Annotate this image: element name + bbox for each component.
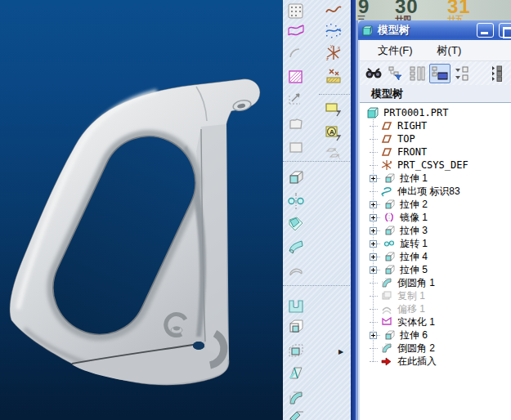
tree-filter-icon[interactable] <box>385 64 406 83</box>
expand-plus[interactable] <box>370 332 377 339</box>
spline-icon[interactable] <box>322 0 345 21</box>
tree-row-front[interactable]: FRONT <box>360 145 511 159</box>
svg-text:z: z <box>326 56 329 61</box>
collapse-all-icon[interactable] <box>452 64 473 83</box>
datum-plane-icon <box>379 120 394 132</box>
csys-icon[interactable]: xyz <box>322 42 345 64</box>
model-tree: PRT0001.PRT RIGHT TOP FRONT PRT_CSYS <box>360 102 511 420</box>
datum-plane-icon[interactable] <box>285 341 307 362</box>
curve-through-points-icon[interactable] <box>322 20 345 42</box>
swept-blend-icon[interactable] <box>285 236 307 257</box>
expand-plus[interactable] <box>370 201 377 208</box>
tree-row-revolve[interactable]: 旋转 1 <box>360 237 511 250</box>
chamfer-icon[interactable] <box>285 409 307 420</box>
expand-plus[interactable] <box>370 214 377 221</box>
tree-row-extrude2[interactable]: 拉伸 2 <box>360 198 511 211</box>
csys-icon <box>379 159 394 171</box>
sketch-grid-icon[interactable] <box>285 1 307 22</box>
part-icon <box>365 107 380 118</box>
expand-plus[interactable] <box>370 253 377 261</box>
tree-row-insert-here[interactable]: 在此插入 <box>360 355 511 368</box>
desktop-wallpaper: 9 30 31 三 廿四 廿五 <box>356 0 511 22</box>
tree-row-extrude4[interactable]: 拉伸 4 <box>360 250 511 263</box>
flat-surface-icon[interactable] <box>322 100 345 121</box>
extrude-feature-icon <box>382 199 397 210</box>
tree-columns-icon[interactable] <box>407 64 428 83</box>
sweep-icon[interactable] <box>285 213 307 235</box>
offset-copy-icon[interactable] <box>322 145 345 166</box>
boundary-icon[interactable] <box>285 114 307 135</box>
expand-all-icon[interactable] <box>489 64 509 83</box>
expand-plus[interactable] <box>370 240 377 248</box>
revolve-feature-icon <box>382 238 397 249</box>
solidify-icon <box>379 316 394 328</box>
expand-plus[interactable] <box>370 266 377 274</box>
tree-row-round2[interactable]: 倒圆角 2 <box>360 342 511 355</box>
flyout-arrow-icon[interactable]: ▶ <box>338 348 343 355</box>
arc-icon[interactable] <box>285 42 307 64</box>
feature-toolbar: ▶ xyz A <box>283 0 351 420</box>
tree-row-csys[interactable]: PRT_CSYS_DEF <box>360 159 511 172</box>
mirror-icon <box>382 212 397 223</box>
find-icon[interactable] <box>363 64 383 83</box>
text-annotation-icon[interactable]: A <box>322 123 345 145</box>
tree-row-right[interactable]: RIGHT <box>360 119 511 132</box>
panel-label: 模型树 <box>360 85 511 102</box>
style-surface-icon[interactable] <box>285 20 307 42</box>
extrude-feature-icon <box>382 172 397 184</box>
tree-row-extrude1[interactable]: 拉伸 1 <box>360 172 511 185</box>
tree-toolbar <box>360 61 511 85</box>
toolbar-separator <box>319 94 352 95</box>
project-icon[interactable] <box>285 87 307 109</box>
maximize-button[interactable] <box>499 23 511 38</box>
3d-viewport[interactable] <box>0 0 283 420</box>
title-bar[interactable]: 模型树 <box>358 20 511 40</box>
tree-row-copy[interactable]: 复制 1 <box>360 289 511 302</box>
round-feature-icon <box>379 342 394 354</box>
round-icon[interactable] <box>285 387 307 409</box>
part-model <box>0 0 283 420</box>
window-cube-icon <box>362 25 373 36</box>
window-title: 模型树 <box>378 23 410 38</box>
rectangle-icon[interactable] <box>285 136 307 158</box>
shell-icon[interactable] <box>285 316 307 337</box>
tree-row-solidify[interactable]: 实体化 1 <box>360 315 511 328</box>
round-feature-icon <box>379 277 394 288</box>
extrude-feature-icon <box>382 329 397 341</box>
revolve-icon[interactable] <box>285 190 307 212</box>
svg-text:x: x <box>338 45 340 50</box>
model-tree-window: 模型树 文件(F) 树(T) <box>360 20 511 420</box>
svg-text:A: A <box>329 128 334 136</box>
tree-settings-icon[interactable] <box>429 64 450 83</box>
tree-row-extrude6[interactable]: 拉伸 6 <box>360 328 511 342</box>
tree-row-protrusion[interactable]: 伸出项 标识83 <box>360 185 511 198</box>
datum-plane-icon <box>379 146 394 158</box>
datum-plane-icon <box>379 133 394 145</box>
minimize-button[interactable] <box>477 23 494 38</box>
insert-here-icon <box>379 355 394 367</box>
tree-row-round1[interactable]: 倒圆角 1 <box>360 276 511 289</box>
boundary-blend-icon[interactable] <box>285 259 307 280</box>
expand-plus[interactable] <box>370 227 377 235</box>
tree-row-extrude5[interactable]: 拉伸 5 <box>360 263 511 276</box>
tree-row-top[interactable]: TOP <box>360 132 511 145</box>
menu-tree[interactable]: 树(T) <box>431 41 468 60</box>
fill-surface-icon[interactable] <box>285 66 307 87</box>
tree-row-part[interactable]: PRT0001.PRT <box>360 106 511 119</box>
toolbar-separator <box>283 285 352 286</box>
slot-icon[interactable] <box>285 296 307 317</box>
extrude-feature-icon <box>382 251 397 262</box>
screen: ▶ xyz A <box>0 0 511 420</box>
svg-text:y: y <box>330 44 333 48</box>
menu-file[interactable]: 文件(F) <box>371 41 419 60</box>
tree-row-mirror[interactable]: 镜像 1 <box>360 211 511 224</box>
draft-icon[interactable] <box>285 363 307 384</box>
offset-icon <box>379 303 394 315</box>
extrude-feature-icon <box>382 264 397 275</box>
tree-row-extrude3[interactable]: 拉伸 3 <box>360 224 511 237</box>
extrude-icon[interactable] <box>285 168 307 189</box>
protrusion-icon <box>379 185 394 197</box>
tree-row-offset[interactable]: 偏移 1 <box>360 302 511 315</box>
datum-point-icon[interactable] <box>322 65 345 87</box>
expand-plus[interactable] <box>370 175 377 182</box>
